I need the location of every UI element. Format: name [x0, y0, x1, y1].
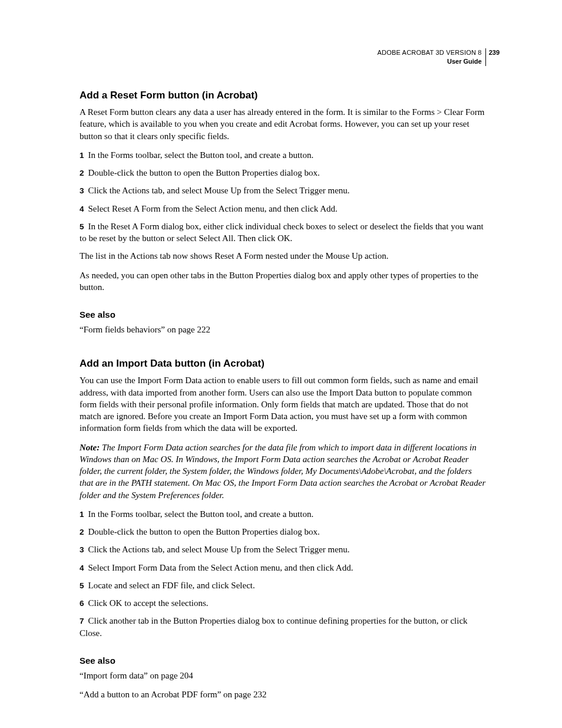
- see-also-block: See also “Form fields behaviors” on page…: [80, 309, 486, 335]
- page-header: ADOBE ACROBAT 3D VERSION 8 User Guide 23…: [377, 48, 500, 66]
- header-page-number: 239: [486, 48, 500, 66]
- body-paragraph: The list in the Actions tab now shows Re…: [80, 250, 486, 262]
- step-text: Click the Actions tab, and select Mouse …: [88, 186, 350, 195]
- step-item: 3Click the Actions tab, and select Mouse…: [80, 185, 486, 196]
- note-body: The Import Form Data action searches for…: [80, 443, 485, 500]
- step-text: Double-click the button to open the Butt…: [88, 168, 320, 177]
- step-number: 5: [80, 222, 84, 231]
- step-text: Double-click the button to open the Butt…: [88, 527, 320, 536]
- see-also-link[interactable]: “Import form data” on page 204: [80, 670, 486, 681]
- step-number: 4: [80, 205, 84, 213]
- intro-paragraph: You can use the Import Form Data action …: [80, 374, 486, 434]
- header-guide: User Guide: [377, 57, 481, 66]
- step-item: 5Locate and select an FDF file, and clic…: [80, 579, 486, 591]
- step-text: Click another tab in the Button Properti…: [80, 616, 468, 637]
- section: Add an Import Data button (in Acrobat) Y…: [80, 358, 486, 700]
- step-text: In the Forms toolbar, select the Button …: [88, 150, 314, 160]
- step-item: 4Select Reset A Form from the Select Act…: [80, 203, 486, 215]
- see-also-heading: See also: [80, 309, 486, 319]
- step-text: Locate and select an FDF file, and click…: [88, 581, 255, 590]
- see-also-heading: See also: [80, 655, 486, 666]
- step-text: Click the Actions tab, and select Mouse …: [88, 545, 350, 554]
- note-paragraph: Note: The Import Form Data action search…: [80, 442, 486, 501]
- step-item: 2Double-click the button to open the But…: [80, 167, 486, 179]
- step-number: 1: [80, 151, 84, 160]
- step-number: 5: [80, 581, 84, 590]
- step-number: 2: [80, 528, 84, 536]
- step-text: Click OK to accept the selections.: [88, 598, 209, 608]
- step-text: In the Forms toolbar, select the Button …: [88, 509, 314, 519]
- step-number: 6: [80, 599, 84, 608]
- page-header-text: ADOBE ACROBAT 3D VERSION 8 User Guide: [377, 48, 485, 66]
- intro-paragraph: A Reset Form button clears any data a us…: [80, 106, 486, 142]
- step-item: 2Double-click the button to open the But…: [80, 526, 486, 538]
- step-item: 1In the Forms toolbar, select the Button…: [80, 149, 486, 161]
- step-number: 7: [80, 617, 84, 625]
- step-number: 3: [80, 186, 84, 195]
- step-number: 2: [80, 169, 84, 177]
- step-item: 7Click another tab in the Button Propert…: [80, 615, 486, 639]
- step-text: Select Import Form Data from the Select …: [88, 563, 353, 572]
- step-item: 1In the Forms toolbar, select the Button…: [80, 508, 486, 520]
- step-text: In the Reset A Form dialog box, either c…: [80, 222, 484, 243]
- body-paragraph: As needed, you can open other tabs in th…: [80, 269, 486, 294]
- section-heading: Add a Reset Form button (in Acrobat): [80, 90, 486, 101]
- see-also-link[interactable]: “Add a button to an Acrobat PDF form” on…: [80, 689, 486, 700]
- step-item: 3Click the Actions tab, and select Mouse…: [80, 543, 486, 555]
- step-number: 4: [80, 564, 84, 572]
- see-also-link[interactable]: “Form fields behaviors” on page 222: [80, 324, 486, 335]
- step-item: 5In the Reset A Form dialog box, either …: [80, 220, 486, 245]
- header-product: ADOBE ACROBAT 3D VERSION 8: [377, 48, 481, 57]
- section-heading: Add an Import Data button (in Acrobat): [80, 358, 486, 370]
- step-text: Select Reset A Form from the Select Acti…: [88, 204, 338, 213]
- page-content: Add a Reset Form button (in Acrobat) A R…: [80, 90, 486, 723]
- note-label: Note:: [80, 443, 100, 452]
- step-number: 3: [80, 545, 84, 554]
- step-item: 4Select Import Form Data from the Select…: [80, 562, 486, 574]
- see-also-block: See also “Import form data” on page 204 …: [80, 655, 486, 701]
- step-item: 6Click OK to accept the selections.: [80, 597, 486, 609]
- step-number: 1: [80, 510, 84, 519]
